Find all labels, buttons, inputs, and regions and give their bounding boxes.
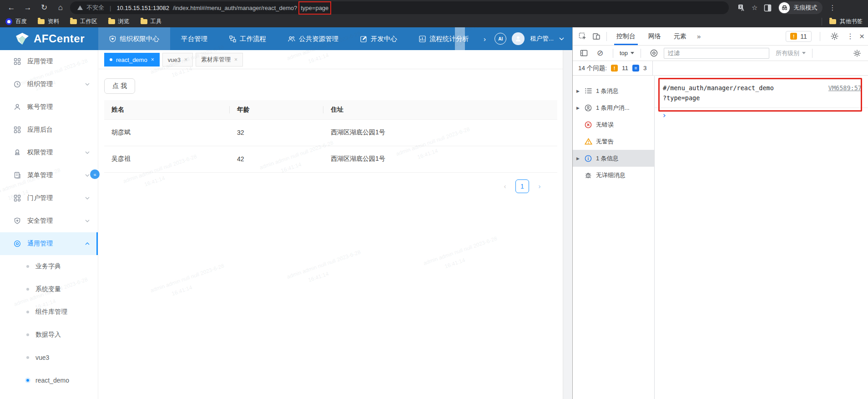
- folder-icon: [108, 19, 115, 24]
- bookmark-baidu[interactable]: 百度: [5, 18, 27, 26]
- sidebar-item-app-backend[interactable]: 应用后台: [0, 118, 98, 141]
- click-me-button[interactable]: 点 我: [104, 78, 135, 94]
- browser-menu-icon[interactable]: ⋮: [829, 4, 836, 12]
- expand-arrow-icon[interactable]: ▶: [575, 89, 580, 93]
- forward-icon[interactable]: →: [21, 1, 35, 14]
- tab-vue3[interactable]: vue3 ×: [162, 53, 193, 66]
- devtools-tab-elements[interactable]: 元素: [668, 27, 692, 45]
- live-expression-eye-icon[interactable]: [647, 47, 660, 60]
- more-tabs-icon[interactable]: »: [693, 32, 704, 40]
- device-toolbar-icon[interactable]: [590, 30, 603, 43]
- sidebar-sub-label: 数据导入: [35, 331, 61, 339]
- source-location-link[interactable]: VM6589:57: [828, 83, 862, 93]
- top-nav: 组织权限中心 平台管理 工作流程 公共资源管理 开发中心 流程统计分析 ›: [98, 27, 490, 50]
- log-levels-dropdown[interactable]: 所有级别: [776, 49, 806, 57]
- other-bookmarks[interactable]: 其他书签: [822, 18, 863, 26]
- sidebar-item-menu-management[interactable]: 菜单管理: [0, 164, 98, 187]
- sidebar-label: 菜单管理: [27, 171, 53, 179]
- bullet-icon: [26, 333, 29, 336]
- sidebar-item-permission-management[interactable]: 权限管理: [0, 141, 98, 164]
- nav-item-platform[interactable]: 平台管理: [170, 27, 218, 50]
- nav-item-public-resource[interactable]: 公共资源管理: [277, 27, 349, 50]
- console-filter-info[interactable]: ▶ 1 条信息: [573, 150, 654, 167]
- close-icon[interactable]: ×: [151, 56, 154, 63]
- clear-console-icon[interactable]: ⊘: [594, 47, 606, 60]
- nav-item-workflow[interactable]: 工作流程: [218, 27, 277, 50]
- expand-arrow-icon[interactable]: ▶: [575, 156, 580, 161]
- tenant-user-label[interactable]: 租户管...: [530, 35, 554, 43]
- sidebar-subitem-system-variables[interactable]: 系统变量: [0, 278, 98, 301]
- bookmark-star-icon[interactable]: ☆: [752, 4, 757, 12]
- pagination-page-1[interactable]: 1: [515, 179, 529, 193]
- nav-item-org-auth-center[interactable]: 组织权限中心: [98, 27, 170, 50]
- console-message-line2: ?type=page: [663, 93, 862, 103]
- console-filter-errors[interactable]: 无错误: [573, 116, 654, 133]
- console-filter-warnings[interactable]: 无警告: [573, 133, 654, 150]
- home-icon[interactable]: ⌂: [54, 1, 67, 14]
- cell-address: 西湖区湖底公园1号: [323, 146, 557, 172]
- sidebar-subitem-business-dictionary[interactable]: 业务字典: [0, 255, 98, 278]
- expand-arrow-icon[interactable]: ▶: [575, 106, 580, 110]
- sidebar-item-portal-management[interactable]: 门户管理: [0, 187, 98, 210]
- bookmark-folder-gongzuoqu[interactable]: 工作区: [70, 18, 97, 26]
- devtools-close-icon[interactable]: ×: [859, 31, 864, 41]
- pagination-next-icon[interactable]: ›: [533, 179, 546, 193]
- console-sidebar-toggle-icon[interactable]: [577, 47, 590, 60]
- column-header-address: 住址: [323, 100, 557, 119]
- console-filter-verbose[interactable]: 无详细消息: [573, 167, 654, 184]
- settings-gear-icon[interactable]: [828, 30, 841, 43]
- url-bar[interactable]: 不安全 | 10.15.15.151:13082/index.html#/men…: [70, 1, 729, 14]
- sidebar-item-org-management[interactable]: 组织管理: [0, 73, 98, 96]
- console-filter-all-messages[interactable]: ▶ 1 条消息: [573, 82, 654, 99]
- nav-scroll-right-icon[interactable]: ›: [480, 27, 490, 50]
- translate-icon[interactable]: [738, 4, 745, 11]
- sidebar-item-general-management[interactable]: 通用管理: [0, 232, 98, 255]
- other-bookmarks-label: 其他书签: [840, 18, 863, 26]
- incognito-chip[interactable]: 无痕模式: [778, 1, 823, 14]
- sidebar-subitem-vue3[interactable]: vue3: [0, 346, 98, 369]
- app-logo[interactable]: AFCenter: [0, 32, 98, 45]
- bookmark-folder-liulan[interactable]: 浏览: [108, 18, 130, 26]
- sidebar-subitem-component-library[interactable]: 组件库管理: [0, 301, 98, 323]
- sidebar-subitem-data-import[interactable]: 数据导入: [0, 323, 98, 346]
- console-log-row[interactable]: #/menu_auth/manager/react_demo VM6589:57…: [655, 82, 868, 108]
- devtools-menu-icon[interactable]: ⋮: [847, 32, 854, 41]
- avatar[interactable]: [512, 32, 525, 45]
- sidebar-item-app-management[interactable]: 应用管理: [0, 50, 98, 73]
- nav-label: 组织权限中心: [120, 35, 159, 43]
- folder-icon: [829, 19, 836, 24]
- bookmark-folder-ziliao[interactable]: 资料: [38, 18, 59, 26]
- nav-item-process-stats[interactable]: 流程统计分析: [408, 27, 480, 50]
- console-filter-user-messages[interactable]: ▶ 1 条用户消...: [573, 99, 654, 116]
- issues-bar: 14 个问题: ! 11 ≡ 3: [573, 61, 868, 76]
- console-context-select[interactable]: top: [620, 50, 634, 56]
- nav-label: 工作流程: [240, 35, 266, 43]
- issues-counter-button[interactable]: ! 11: [786, 31, 812, 42]
- chevron-down-icon[interactable]: [559, 37, 564, 41]
- close-icon[interactable]: ×: [234, 56, 237, 63]
- sidebar-item-security-management[interactable]: 安全管理: [0, 210, 98, 232]
- browser-toolbar: ← → ↻ ⌂ 不安全 | 10.15.15.151:13082/index.h…: [0, 0, 868, 15]
- ai-assistant-icon[interactable]: AI: [495, 33, 506, 45]
- console-settings-gear-icon[interactable]: [851, 47, 863, 60]
- sidebar-collapse-button[interactable]: «: [90, 169, 100, 179]
- tab-material-library[interactable]: 素材库管理 ×: [196, 53, 243, 66]
- sidebar-label: 门户管理: [27, 194, 53, 202]
- inspect-element-icon[interactable]: [576, 30, 589, 43]
- console-filter-input[interactable]: 过滤: [664, 48, 769, 59]
- console-prompt-icon[interactable]: ›: [662, 112, 868, 119]
- issues-summary[interactable]: 14 个问题: ! 11 ≡ 3: [573, 61, 653, 76]
- back-icon[interactable]: ←: [5, 1, 18, 14]
- close-icon[interactable]: ×: [184, 56, 187, 63]
- bookmark-folder-gongju[interactable]: 工具: [141, 18, 162, 26]
- side-panel-icon[interactable]: [764, 4, 772, 12]
- devtools-tab-network[interactable]: 网络: [642, 27, 667, 45]
- incognito-label: 无痕模式: [793, 4, 817, 12]
- tab-react-demo[interactable]: react_demo ×: [104, 53, 160, 66]
- reload-icon[interactable]: ↻: [37, 1, 51, 14]
- devtools-tab-console[interactable]: 控制台: [611, 27, 641, 45]
- sidebar-subitem-react-demo[interactable]: react_demo: [0, 369, 98, 392]
- pagination-prev-icon[interactable]: ‹: [498, 179, 512, 193]
- nav-item-dev-center[interactable]: 开发中心: [349, 27, 408, 50]
- sidebar-item-account-management[interactable]: 账号管理: [0, 96, 98, 118]
